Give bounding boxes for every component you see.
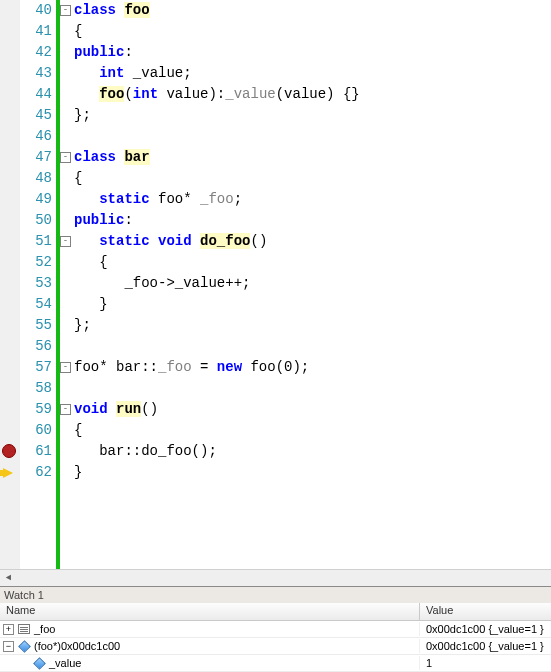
code-line[interactable]: { (74, 252, 551, 273)
line-number: 46 (20, 126, 52, 147)
code-line[interactable]: } (74, 294, 551, 315)
line-number: 43 (20, 63, 52, 84)
code-line[interactable]: { (74, 420, 551, 441)
code-line[interactable] (74, 126, 551, 147)
watch-expr-name: _foo (34, 623, 55, 635)
horizontal-scrollbar[interactable]: ◄ (0, 569, 551, 586)
watch-value-cell[interactable]: 1 (420, 657, 551, 669)
line-number: 59 (20, 399, 52, 420)
line-number: 50 (20, 210, 52, 231)
tree-expander-icon[interactable]: + (3, 624, 14, 635)
line-number: 44 (20, 84, 52, 105)
fold-gutter[interactable]: ----- (56, 0, 70, 569)
watch-panel: Watch 1 Name Value +_foo0x00dc1c00 {_val… (0, 586, 551, 672)
line-number: 61 (20, 441, 52, 462)
watch-expr-name: (foo*)0x00dc1c00 (34, 640, 120, 652)
watch-panel-title: Watch 1 (0, 587, 551, 603)
code-line[interactable]: void run() (74, 399, 551, 420)
line-number: 40 (20, 0, 52, 21)
code-text-area[interactable]: class foo{public: int _value; foo(int va… (70, 0, 551, 569)
line-number: 55 (20, 315, 52, 336)
fold-toggle-icon[interactable]: - (60, 404, 71, 415)
code-line[interactable]: foo* bar::_foo = new foo(0); (74, 357, 551, 378)
breakpoint-icon[interactable] (2, 444, 18, 460)
line-number: 54 (20, 294, 52, 315)
watch-row[interactable]: −(foo*)0x00dc1c000x00dc1c00 {_value=1 } (0, 638, 551, 655)
watch-grid: Name Value +_foo0x00dc1c00 {_value=1 }−(… (0, 603, 551, 672)
watch-header-row: Name Value (0, 603, 551, 621)
code-line[interactable] (74, 336, 551, 357)
watch-value-cell[interactable]: 0x00dc1c00 {_value=1 } (420, 623, 551, 635)
code-editor[interactable]: 4041424344454647484950515253545556575859… (0, 0, 551, 569)
line-number: 49 (20, 189, 52, 210)
fold-toggle-icon[interactable]: - (60, 5, 71, 16)
watch-name-cell[interactable]: _value (0, 656, 420, 670)
line-number: 48 (20, 168, 52, 189)
code-line[interactable]: _foo->_value++; (74, 273, 551, 294)
watch-name-cell[interactable]: +_foo (0, 622, 420, 636)
line-number: 45 (20, 105, 52, 126)
watch-row[interactable]: _value1 (0, 655, 551, 672)
line-number: 58 (20, 378, 52, 399)
tree-expander-icon[interactable]: − (3, 641, 14, 652)
code-line[interactable]: static void do_foo() (74, 231, 551, 252)
code-line[interactable]: }; (74, 315, 551, 336)
current-line-arrow-icon (2, 465, 18, 481)
fold-toggle-icon[interactable]: - (60, 152, 71, 163)
watch-col-name-header[interactable]: Name (0, 603, 420, 620)
line-number: 57 (20, 357, 52, 378)
line-number: 47 (20, 147, 52, 168)
code-line[interactable]: } (74, 462, 551, 483)
code-line[interactable]: { (74, 168, 551, 189)
line-number: 60 (20, 420, 52, 441)
struct-icon (17, 622, 31, 636)
code-line[interactable]: bar::do_foo(); (74, 441, 551, 462)
line-number: 51 (20, 231, 52, 252)
line-number-gutter: 4041424344454647484950515253545556575859… (20, 0, 56, 569)
code-line[interactable]: int _value; (74, 63, 551, 84)
code-line[interactable]: public: (74, 210, 551, 231)
code-line[interactable]: { (74, 21, 551, 42)
scroll-left-arrow-icon[interactable]: ◄ (0, 570, 17, 587)
line-number: 52 (20, 252, 52, 273)
watch-value-cell[interactable]: 0x00dc1c00 {_value=1 } (420, 640, 551, 652)
fold-toggle-icon[interactable]: - (60, 362, 71, 373)
variable-icon (32, 656, 46, 670)
code-line[interactable]: class bar (74, 147, 551, 168)
code-line[interactable]: static foo* _foo; (74, 189, 551, 210)
watch-row[interactable]: +_foo0x00dc1c00 {_value=1 } (0, 621, 551, 638)
code-line[interactable]: class foo (74, 0, 551, 21)
line-number: 62 (20, 462, 52, 483)
line-number: 53 (20, 273, 52, 294)
breakpoint-margin[interactable] (0, 0, 20, 569)
watch-name-cell[interactable]: −(foo*)0x00dc1c00 (0, 639, 420, 653)
line-number: 41 (20, 21, 52, 42)
line-number: 42 (20, 42, 52, 63)
code-line[interactable]: foo(int value):_value(value) {} (74, 84, 551, 105)
line-number: 56 (20, 336, 52, 357)
code-line[interactable]: }; (74, 105, 551, 126)
watch-col-value-header[interactable]: Value (420, 603, 551, 620)
variable-icon (17, 639, 31, 653)
code-line[interactable]: public: (74, 42, 551, 63)
fold-toggle-icon[interactable]: - (60, 236, 71, 247)
code-line[interactable] (74, 378, 551, 399)
watch-expr-name: _value (49, 657, 81, 669)
